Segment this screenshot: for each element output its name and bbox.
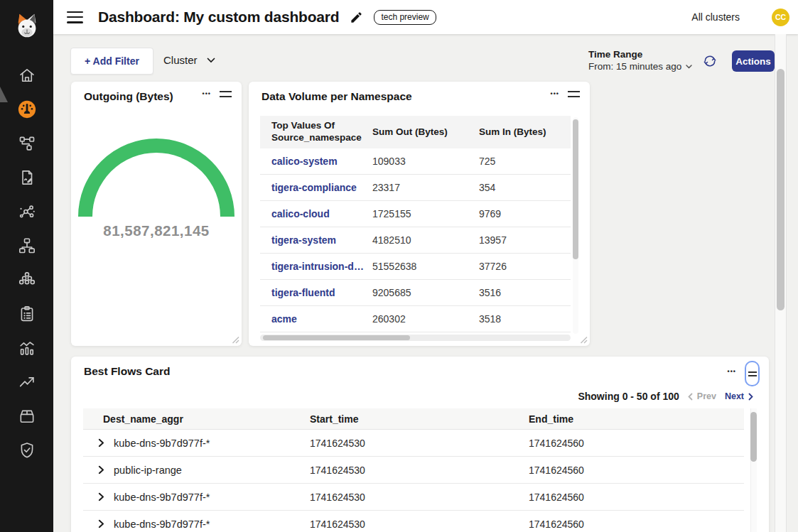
- table-row: tigera-compliance 23317 354: [260, 175, 571, 201]
- sidebar: [0, 0, 53, 532]
- gauge-arc: [71, 110, 242, 231]
- calico-logo[interactable]: [0, 11, 53, 41]
- card-title: Best Flows Card: [84, 365, 170, 378]
- outgoing-bytes-card: Outgoing (Bytes) ••• 81,587,821,145: [71, 82, 242, 346]
- expand-row-chevron-icon[interactable]: [98, 438, 104, 447]
- endpoints-molecule-icon: [18, 202, 36, 221]
- chart-logs-icon: [18, 339, 36, 357]
- actions-button[interactable]: Actions: [732, 50, 775, 72]
- expand-row-chevron-icon[interactable]: [98, 519, 104, 528]
- card-title: Data Volume per Namespace: [261, 90, 412, 103]
- shield-check-icon: [18, 441, 36, 460]
- table-vertical-scrollbar[interactable]: [750, 412, 757, 462]
- column-header: End_time: [529, 413, 744, 425]
- refresh-button[interactable]: [703, 54, 717, 68]
- add-filter-button[interactable]: + Add Filter: [70, 48, 153, 75]
- dest-name: public-ip-range: [114, 465, 182, 476]
- sidebar-item-timeline[interactable]: [0, 365, 53, 399]
- more-options-icon[interactable]: •••: [551, 91, 559, 97]
- expand-row-chevron-icon[interactable]: [98, 492, 104, 501]
- column-header: Sum Out (Bytes): [372, 126, 479, 139]
- next-page-button[interactable]: Next: [725, 391, 753, 401]
- sidebar-item-compliance[interactable]: [0, 297, 53, 331]
- sidebar-item-home[interactable]: [0, 58, 53, 92]
- sidebar-item-threat-defense[interactable]: [0, 433, 53, 467]
- dest-name: kube-dns-9b7d977f-*: [114, 492, 210, 503]
- sidebar-item-clusters[interactable]: [0, 263, 53, 297]
- table-row: tigera-intrusion-d… 51552638 37726: [260, 254, 571, 280]
- sidebar-item-endpoints[interactable]: [0, 195, 53, 229]
- column-header: Sum In (Bytes): [479, 126, 571, 139]
- card-title: Outgoing (Bytes): [84, 90, 173, 103]
- data-volume-card: Data Volume per Namespace ••• Top Values…: [249, 82, 590, 346]
- sidebar-item-image-assurance[interactable]: [0, 399, 53, 433]
- sidebar-item-service-graph[interactable]: [0, 126, 53, 161]
- namespace-link[interactable]: tigera-intrusion-d…: [271, 261, 372, 272]
- table-row: public-ip-range 1741624530 1741624560: [83, 457, 744, 484]
- table-row: tigera-fluentd 9205685 3516: [260, 280, 571, 306]
- prev-page-button[interactable]: Prev: [688, 391, 716, 401]
- table-horizontal-scrollbar[interactable]: [263, 335, 410, 340]
- namespace-link[interactable]: tigera-system: [271, 234, 372, 246]
- refresh-icon: [703, 54, 717, 68]
- pagination: Showing 0 - 50 of 100 Prev Next: [578, 390, 753, 403]
- user-avatar[interactable]: CC: [772, 9, 789, 26]
- namespace-link[interactable]: tigera-fluentd: [271, 287, 372, 298]
- cluster-scope-selector[interactable]: All clusters: [691, 11, 740, 23]
- dest-name: kube-dns-9b7d977f-*: [114, 519, 210, 530]
- table-row: calico-system 109033 725: [260, 148, 571, 175]
- chevron-left-icon: [688, 393, 693, 401]
- time-range-block: Time Range From: 15 minutes ago: [588, 49, 692, 72]
- page-scrollbar[interactable]: [777, 69, 784, 310]
- cluster-filter-dropdown[interactable]: Cluster: [163, 54, 215, 66]
- network-tree-icon: [18, 237, 36, 255]
- dashboard-gauge-icon: [18, 100, 36, 119]
- sidebar-item-policies[interactable]: [0, 161, 53, 195]
- namespace-link[interactable]: acme: [271, 313, 372, 325]
- table-row: acme 260302 3518: [260, 306, 571, 332]
- time-range-label: Time Range: [588, 49, 692, 60]
- more-options-icon[interactable]: •••: [203, 91, 211, 97]
- table-header-row: Top Values Of Source_namespace Sum Out (…: [260, 116, 571, 148]
- page-title: Dashboard: My custom dashboard: [98, 9, 339, 26]
- topbar: Dashboard: My custom dashboard tech prev…: [53, 0, 798, 34]
- drag-handle-icon[interactable]: [568, 91, 580, 97]
- namespace-link[interactable]: calico-system: [271, 156, 372, 167]
- cluster-circles-icon: [18, 271, 36, 289]
- pagination-summary: Showing 0 - 50 of 100: [578, 391, 679, 402]
- column-header: Top Values Of Source_namespace: [271, 120, 372, 144]
- menu-hamburger-icon[interactable]: [67, 11, 83, 23]
- pencil-icon: [350, 11, 363, 24]
- chevron-down-icon: [686, 65, 692, 69]
- resize-handle-icon[interactable]: [580, 336, 588, 344]
- calico-cat-logo-icon: [12, 11, 42, 41]
- chevron-right-icon: [748, 393, 753, 401]
- column-header: Dest_name_aggr: [83, 413, 310, 425]
- table-row: tigera-system 4182510 13957: [260, 227, 571, 254]
- clipboard-icon: [18, 305, 36, 323]
- flows-table: Dest_name_aggr Start_time End_time kube-…: [83, 408, 744, 532]
- sidebar-item-networks[interactable]: [0, 229, 53, 263]
- home-icon: [18, 66, 36, 85]
- namespace-link[interactable]: calico-cloud: [271, 208, 372, 219]
- edit-dashboard-button[interactable]: [350, 11, 363, 24]
- table-vertical-scrollbar[interactable]: [573, 119, 578, 259]
- table-row: calico-cloud 1725155 9769: [260, 201, 571, 227]
- namespace-link[interactable]: tigera-compliance: [271, 182, 372, 193]
- time-range-dropdown[interactable]: From: 15 minutes ago: [588, 61, 692, 72]
- more-options-icon[interactable]: •••: [728, 369, 736, 375]
- tech-preview-badge: tech preview: [374, 10, 436, 25]
- sidebar-item-dashboard-active[interactable]: [0, 92, 53, 126]
- table-row: kube-dns-9b7d977f-* 1741624530 174162456…: [83, 484, 744, 511]
- table-row: kube-dns-9b7d977f-* 1741624530 174162456…: [83, 430, 744, 457]
- sidebar-item-logs[interactable]: [0, 331, 53, 365]
- drag-handle-focused[interactable]: [745, 361, 760, 386]
- policy-document-icon: [18, 168, 36, 187]
- package-box-icon: [18, 407, 36, 425]
- drag-handle-icon[interactable]: [220, 91, 232, 97]
- expand-row-chevron-icon[interactable]: [98, 465, 104, 474]
- resize-handle-icon[interactable]: [232, 336, 239, 344]
- gauge-value: 81,587,821,145: [71, 222, 242, 239]
- namespace-table: Top Values Of Source_namespace Sum Out (…: [260, 116, 571, 332]
- table-header-row: Dest_name_aggr Start_time End_time: [83, 408, 744, 430]
